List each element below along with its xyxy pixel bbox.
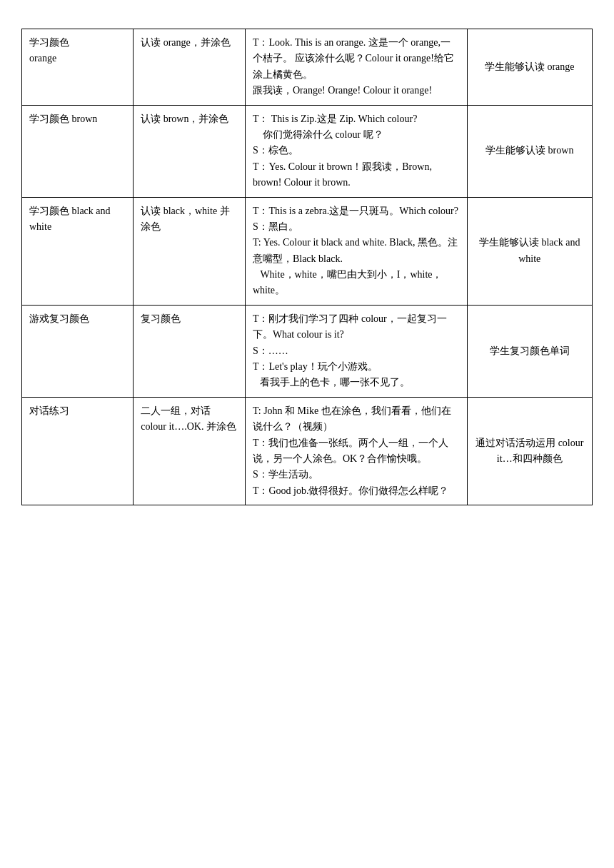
activity-name-2: 学习颜色 black and white <box>22 197 134 305</box>
activity-objective-1: 学生能够认读 brown <box>467 105 592 197</box>
activity-objective-2: 学生能够认读 black and white <box>467 197 592 305</box>
activity-task-4: 二人一组，对话 colour it….OK. 并涂色 <box>134 397 246 505</box>
activity-objective-3: 学生复习颜色单词 <box>467 305 592 397</box>
activity-task-1: 认读 brown，并涂色 <box>134 105 246 197</box>
activity-name-4: 对话练习 <box>22 397 134 505</box>
activity-dialogue-1: T： This is Zip.这是 Zip. Which colour? 你们觉… <box>245 105 467 197</box>
activity-dialogue-2: T：This is a zebra.这是一只斑马。Which colour? S… <box>245 197 467 305</box>
activity-name-0: 学习颜色 orange <box>22 29 134 106</box>
activity-dialogue-4: T: John 和 Mike 也在涂色，我们看看，他们在说什么？（视频） T：我… <box>245 397 467 505</box>
activity-objective-0: 学生能够认读 orange <box>467 29 592 106</box>
activity-dialogue-0: T：Look. This is an orange. 这是一个 orange,一… <box>245 29 467 106</box>
lesson-table: 学习颜色 orange认读 orange，并涂色T：Look. This is … <box>21 29 593 505</box>
activity-name-3: 游戏复习颜色 <box>22 305 134 397</box>
activity-task-0: 认读 orange，并涂色 <box>134 29 246 106</box>
activity-objective-4: 通过对话活动运用 colour it…和四种颜色 <box>467 397 592 505</box>
activity-task-2: 认读 black，white 并涂色 <box>134 197 246 305</box>
activity-task-3: 复习颜色 <box>134 305 246 397</box>
activity-dialogue-3: T：刚才我们学习了四种 colour，一起复习一下。What colour is… <box>245 305 467 397</box>
activity-name-1: 学习颜色 brown <box>22 105 134 197</box>
